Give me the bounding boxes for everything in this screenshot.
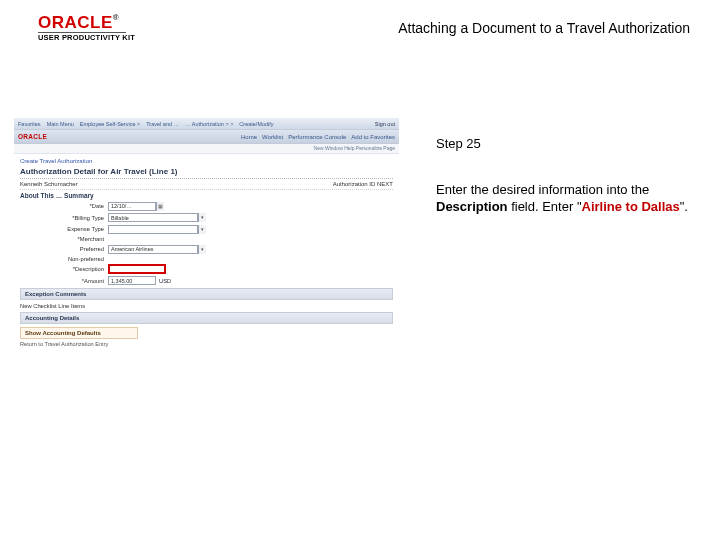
page-header: ORACLE® USER PRODUCTIVITY KIT Attaching …: [38, 14, 690, 42]
mock-body: Create Travel Authorization Authorizatio…: [14, 154, 399, 355]
mock-topnav: Favorites Main Menu Employee Self-Servic…: [14, 118, 399, 130]
row-preferred: Preferred American Airlines▾: [20, 245, 393, 254]
chevron-down-icon: ▾: [198, 245, 206, 254]
brand-link: Performance Console: [288, 134, 346, 140]
mock-meta: Kenneth Schumacher Authorization ID NEXT: [20, 181, 393, 190]
label-nonpreferred: Non-preferred: [20, 256, 108, 262]
row-date: *Date 12/10/…▦: [20, 202, 393, 211]
section-comments: Exception Comments: [20, 288, 393, 300]
instruction-value: Airline to Dallas: [582, 199, 680, 214]
trademark-icon: ®: [113, 13, 119, 22]
row-description: *Description: [20, 265, 393, 274]
label-merchant: *Merchant: [20, 236, 108, 242]
instruction-text: Enter the desired information into the D…: [436, 181, 688, 216]
logo-text: ORACLE: [38, 13, 113, 32]
row-checklist: New Checklist Line Items: [20, 303, 393, 309]
row-merchant: *Merchant: [20, 236, 393, 242]
currency-label: USD: [159, 278, 171, 284]
row-nonpreferred: Non-preferred: [20, 256, 393, 262]
label-checklist: New Checklist Line Items: [20, 303, 89, 309]
instruction-mid: field. Enter ": [508, 199, 582, 214]
brand-link: Add to Favorites: [351, 134, 395, 140]
mock-subbar: New Window Help Personalize Page: [14, 144, 399, 154]
nav-item: … Authorization > >: [185, 121, 233, 127]
label-preferred: Preferred: [20, 246, 108, 252]
chevron-down-icon: ▾: [198, 225, 206, 234]
mock-auth-id: Authorization ID NEXT: [333, 181, 393, 187]
instruction-field: Description: [436, 199, 508, 214]
mock-user: Kenneth Schumacher: [20, 181, 78, 187]
section-accounting: Accounting Details: [20, 312, 393, 324]
label-amount: *Amount: [20, 278, 108, 284]
mock-heading: Authorization Detail for Air Travel (Lin…: [20, 167, 393, 179]
row-amount: *Amount 1,345.00 USD: [20, 276, 393, 285]
nav-signout: Sign out: [375, 121, 395, 127]
label-expense: Expense Type: [20, 226, 108, 232]
mock-brand: ORACLE: [18, 133, 47, 140]
nav-item: Create/Modify: [239, 121, 273, 127]
app-screenshot: Favorites Main Menu Employee Self-Servic…: [14, 118, 399, 355]
input-amount[interactable]: 1,345.00: [108, 276, 156, 285]
brand-link: Worklist: [262, 134, 283, 140]
logo-subtext: USER PRODUCTIVITY KIT: [38, 34, 135, 42]
label-billing: *Billing Type: [20, 215, 108, 221]
page-title: Attaching a Document to a Travel Authori…: [398, 20, 690, 36]
chevron-down-icon: ▾: [198, 213, 206, 222]
row-expense: Expense Type ▾: [20, 225, 393, 234]
instruction-intro: Enter the desired information into the: [436, 182, 649, 197]
label-date: *Date: [20, 203, 108, 209]
label-description: *Description: [20, 266, 108, 272]
nav-item: Main Menu: [47, 121, 74, 127]
select-billing[interactable]: Billable: [108, 213, 198, 222]
button-accounting-defaults[interactable]: Show Accounting Defaults: [20, 327, 138, 339]
instruction-panel: Step 25 Enter the desired information in…: [436, 135, 688, 216]
mock-brandbar: ORACLE Home Worklist Performance Console…: [14, 130, 399, 144]
input-description[interactable]: [108, 265, 166, 274]
instruction-end: ".: [680, 199, 688, 214]
mock-subheading: About This … Summary: [20, 192, 393, 199]
brand-link: Home: [241, 134, 257, 140]
nav-item: Favorites: [18, 121, 41, 127]
nav-item: Employee Self-Service >: [80, 121, 140, 127]
select-expense[interactable]: [108, 225, 198, 234]
select-preferred[interactable]: American Airlines: [108, 245, 198, 254]
oracle-logo: ORACLE® USER PRODUCTIVITY KIT: [38, 14, 135, 42]
step-number: Step 25: [436, 135, 688, 153]
input-date[interactable]: 12/10/…: [108, 202, 156, 211]
return-link: Return to Travel Authorization Entry: [20, 341, 393, 347]
nav-item: Travel and …: [146, 121, 179, 127]
row-billing: *Billing Type Billable▾: [20, 213, 393, 222]
calendar-icon: ▦: [156, 202, 164, 211]
breadcrumb: Create Travel Authorization: [20, 158, 393, 164]
